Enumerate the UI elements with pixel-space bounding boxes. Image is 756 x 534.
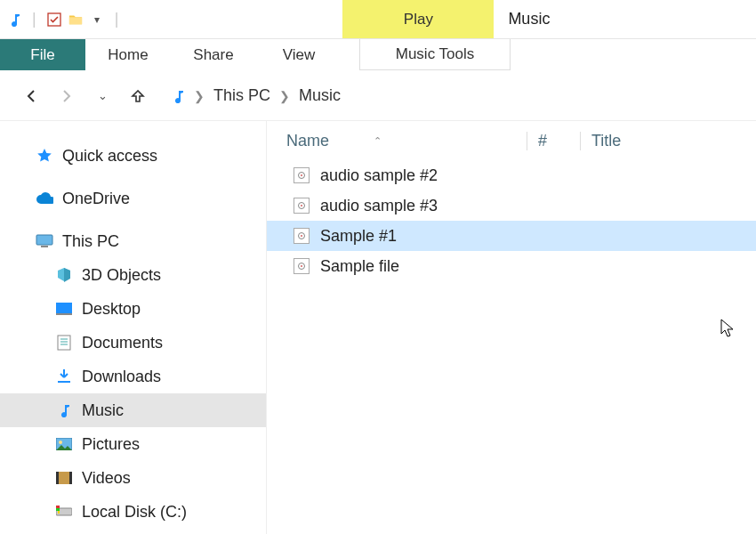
contextual-tab-play[interactable]: Play bbox=[342, 0, 494, 38]
folder-icon[interactable] bbox=[68, 12, 83, 27]
sidebar-quick-access[interactable]: Quick access bbox=[0, 139, 266, 173]
desktop-icon bbox=[55, 300, 73, 318]
star-icon bbox=[36, 147, 53, 165]
navigation-bar: ⌄ ❯ This PC ❯ Music bbox=[0, 71, 756, 121]
separator: | bbox=[115, 10, 119, 28]
file-name: Sample #1 bbox=[320, 227, 397, 246]
tab-share[interactable]: Share bbox=[171, 39, 256, 70]
sidebar-item-label: Downloads bbox=[82, 368, 161, 386]
sort-ascending-icon: ⌃ bbox=[374, 135, 382, 147]
recent-dropdown[interactable]: ⌄ bbox=[92, 86, 112, 106]
file-name: Sample file bbox=[320, 257, 399, 276]
sidebar-item-label: Pictures bbox=[82, 435, 140, 454]
sidebar-onedrive[interactable]: OneDrive bbox=[0, 182, 266, 215]
svg-rect-13 bbox=[56, 506, 60, 508]
separator: | bbox=[32, 10, 36, 28]
column-headers: Name ⌃ # Title bbox=[267, 121, 756, 160]
cube-icon bbox=[55, 266, 73, 284]
audio-file-icon bbox=[294, 228, 310, 244]
svg-rect-14 bbox=[56, 508, 60, 511]
content-pane: Name ⌃ # Title audio sample #2 audio sam… bbox=[267, 121, 756, 534]
music-icon bbox=[171, 89, 185, 103]
audio-file-icon bbox=[294, 258, 310, 274]
sidebar-item-3d-objects[interactable]: 3D Objects bbox=[0, 258, 266, 292]
sidebar-item-desktop[interactable]: Desktop bbox=[0, 292, 266, 326]
forward-button[interactable] bbox=[57, 86, 76, 106]
svg-rect-3 bbox=[56, 303, 72, 313]
sidebar-item-label: Music bbox=[82, 401, 124, 420]
sidebar-item-pictures[interactable]: Pictures bbox=[0, 427, 266, 461]
svg-rect-5 bbox=[58, 336, 70, 350]
sidebar-item-downloads[interactable]: Downloads bbox=[0, 360, 266, 393]
svg-rect-15 bbox=[58, 511, 60, 514]
file-row[interactable]: audio sample #3 bbox=[267, 190, 756, 221]
svg-point-7 bbox=[59, 441, 62, 444]
ribbon-tabs: File Home Share View Music Tools bbox=[0, 39, 756, 71]
file-list: audio sample #2 audio sample #3 Sample #… bbox=[267, 160, 756, 534]
cloud-icon bbox=[36, 190, 53, 207]
sidebar-item-label: Videos bbox=[82, 469, 131, 488]
breadcrumb-this-pc[interactable]: This PC bbox=[213, 86, 270, 105]
file-name: audio sample #3 bbox=[320, 197, 438, 215]
breadcrumb-music[interactable]: Music bbox=[299, 86, 341, 105]
music-icon bbox=[55, 401, 73, 419]
window-title: Music bbox=[494, 0, 564, 38]
sidebar-this-pc[interactable]: This PC bbox=[0, 224, 266, 258]
sidebar-item-music[interactable]: Music bbox=[0, 393, 266, 427]
disk-icon bbox=[55, 503, 73, 521]
sidebar-item-local-disk[interactable]: Local Disk (C:) bbox=[0, 495, 266, 529]
videos-icon bbox=[55, 469, 73, 487]
title-bar: | ▾ | Play Music bbox=[0, 0, 756, 39]
pictures-icon bbox=[55, 435, 73, 453]
svg-rect-2 bbox=[41, 246, 48, 247]
tab-music-tools[interactable]: Music Tools bbox=[359, 39, 511, 70]
sidebar-item-label: Quick access bbox=[62, 147, 157, 166]
play-label: Play bbox=[404, 11, 433, 28]
svg-rect-10 bbox=[69, 472, 72, 484]
column-number[interactable]: # bbox=[527, 132, 580, 150]
chevron-right-icon[interactable]: ❯ bbox=[194, 89, 205, 103]
file-row[interactable]: Sample file bbox=[267, 251, 756, 281]
documents-icon bbox=[55, 334, 73, 352]
file-row[interactable]: audio sample #2 bbox=[267, 160, 756, 190]
sidebar-item-label: Desktop bbox=[82, 300, 141, 319]
sidebar-item-documents[interactable]: Documents bbox=[0, 326, 266, 360]
sidebar-item-label: Local Disk (C:) bbox=[82, 503, 187, 522]
tab-view[interactable]: View bbox=[256, 39, 342, 70]
tab-home[interactable]: Home bbox=[85, 39, 171, 70]
dropdown-icon[interactable]: ▾ bbox=[90, 12, 104, 27]
pc-icon bbox=[36, 232, 53, 250]
sidebar-item-label: Documents bbox=[82, 334, 163, 352]
address-bar[interactable]: ❯ This PC ❯ Music bbox=[164, 83, 747, 109]
audio-file-icon bbox=[294, 167, 310, 183]
sidebar-item-label: This PC bbox=[62, 232, 119, 251]
back-button[interactable] bbox=[21, 86, 41, 106]
file-name: audio sample #2 bbox=[320, 166, 438, 185]
sidebar-item-label: OneDrive bbox=[62, 190, 130, 208]
sidebar-item-label: 3D Objects bbox=[82, 266, 161, 285]
file-row[interactable]: Sample #1 bbox=[267, 221, 756, 251]
audio-file-icon bbox=[294, 198, 310, 214]
properties-icon[interactable] bbox=[47, 12, 61, 27]
svg-rect-9 bbox=[56, 472, 59, 484]
tab-file[interactable]: File bbox=[0, 39, 85, 70]
svg-rect-1 bbox=[36, 235, 52, 245]
explorer-body: Quick access OneDrive This PC 3D Objects… bbox=[0, 121, 756, 534]
column-title[interactable]: Title bbox=[580, 132, 756, 150]
sidebar-item-videos[interactable]: Videos bbox=[0, 461, 266, 495]
chevron-right-icon[interactable]: ❯ bbox=[279, 89, 290, 103]
quick-access-toolbar: | ▾ | bbox=[0, 0, 129, 38]
up-button[interactable] bbox=[128, 86, 148, 106]
svg-rect-4 bbox=[56, 313, 72, 315]
music-icon bbox=[7, 12, 21, 27]
column-name[interactable]: Name ⌃ bbox=[286, 132, 527, 150]
download-icon bbox=[55, 368, 73, 385]
navigation-pane: Quick access OneDrive This PC 3D Objects… bbox=[0, 121, 267, 534]
